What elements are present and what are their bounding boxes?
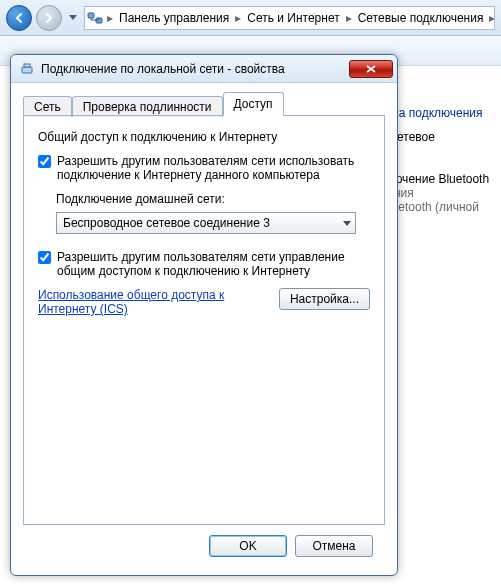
breadcrumb[interactable]: ▸ Панель управления ▸ Сеть и Интернет ▸ … bbox=[84, 6, 495, 30]
tab-panel-sharing: Общий доступ к подключению к Интернету Р… bbox=[23, 115, 385, 525]
svg-rect-2 bbox=[22, 67, 32, 73]
breadcrumb-item[interactable]: Сеть и Интернет bbox=[243, 11, 343, 25]
dialog-footer: OK Отмена bbox=[23, 525, 385, 567]
allow-control-label: Разрешить другим пользователям сети упра… bbox=[57, 250, 370, 278]
dialog-title: Подключение по локальной сети - свойства bbox=[41, 62, 349, 76]
properties-dialog: Подключение по локальной сети - свойства… bbox=[10, 54, 398, 576]
tab-network[interactable]: Сеть bbox=[23, 96, 72, 117]
link-row: Использование общего доступа к Интернету… bbox=[38, 288, 370, 316]
svg-rect-3 bbox=[24, 64, 30, 67]
network-connections-icon bbox=[87, 9, 103, 27]
nav-back-button[interactable] bbox=[6, 5, 32, 31]
allow-sharing-checkbox[interactable] bbox=[38, 155, 51, 168]
address-bar: ▸ Панель управления ▸ Сеть и Интернет ▸ … bbox=[0, 0, 501, 36]
home-network-combo[interactable]: Беспроводное сетевое соединение 3 bbox=[56, 212, 356, 234]
bg-item-name: ключение Bluetooth bbox=[381, 172, 501, 186]
allow-control-checkbox-row: Разрешить другим пользователям сети упра… bbox=[38, 250, 370, 278]
bg-item-name: е сетевое bbox=[381, 130, 501, 144]
bg-connection-item[interactable]: е сетевое 2 bbox=[381, 130, 501, 158]
chevron-right-icon: ▸ bbox=[105, 11, 115, 25]
chevron-right-icon: ▸ bbox=[487, 11, 495, 25]
nav-history-dropdown[interactable] bbox=[66, 9, 80, 27]
chevron-down-icon bbox=[343, 221, 351, 226]
close-button[interactable] bbox=[349, 60, 393, 78]
allow-control-checkbox[interactable] bbox=[38, 251, 51, 264]
nav-forward-button[interactable] bbox=[36, 5, 62, 31]
chevron-right-icon: ▸ bbox=[344, 11, 354, 25]
group-title: Общий доступ к подключению к Интернету bbox=[38, 130, 370, 144]
ok-button[interactable]: OK bbox=[209, 535, 287, 557]
dialog-titlebar[interactable]: Подключение по локальной сети - свойства bbox=[11, 55, 397, 83]
cancel-button[interactable]: Отмена bbox=[295, 535, 373, 557]
chevron-right-icon: ▸ bbox=[233, 11, 243, 25]
breadcrumb-item[interactable]: Сетевые подключения bbox=[354, 11, 488, 25]
bg-item-status: чения bbox=[381, 186, 501, 200]
breadcrumb-item[interactable]: Панель управления bbox=[115, 11, 233, 25]
dialog-body: Сеть Проверка подлинности Доступ Общий д… bbox=[11, 83, 397, 575]
bg-connection-item[interactable]: ключение Bluetooth чения Bluetooth (личн… bbox=[381, 172, 501, 214]
tab-authentication[interactable]: Проверка подлинности bbox=[72, 96, 223, 117]
tab-bar: Сеть Проверка подлинности Доступ bbox=[23, 93, 385, 116]
ics-help-link[interactable]: Использование общего доступа к Интернету… bbox=[38, 288, 238, 316]
allow-sharing-checkbox-row: Разрешить другим пользователям сети испо… bbox=[38, 154, 370, 182]
background-items: тика подключения е сетевое 2 ключение Bl… bbox=[381, 106, 501, 228]
allow-sharing-label: Разрешить другим пользователям сети испо… bbox=[57, 154, 370, 182]
settings-button[interactable]: Настройка... bbox=[279, 288, 370, 310]
bg-item-status: 2 bbox=[381, 144, 501, 158]
bg-cutoff-text: тика подключения bbox=[381, 106, 501, 120]
home-network-label: Подключение домашней сети: bbox=[56, 192, 370, 206]
bg-item-device: Bluetooth (личной bbox=[381, 200, 501, 214]
tab-sharing[interactable]: Доступ bbox=[223, 92, 284, 116]
network-adapter-icon bbox=[19, 61, 35, 77]
combo-value: Беспроводное сетевое соединение 3 bbox=[63, 216, 270, 230]
svg-rect-0 bbox=[88, 13, 94, 18]
